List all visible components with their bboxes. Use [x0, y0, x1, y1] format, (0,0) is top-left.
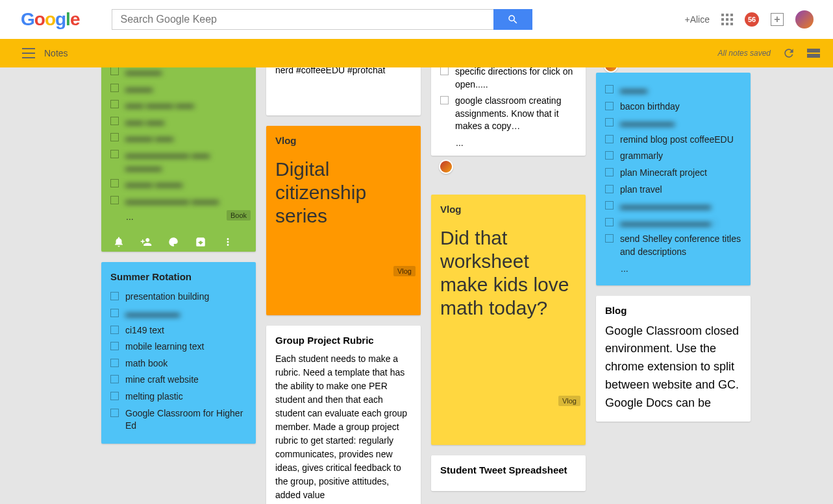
note-tag[interactable]: Book [227, 210, 251, 221]
note-card[interactable]: Summer Rotation presentation building ▬▬… [101, 262, 256, 443]
note-title: Blog [605, 305, 741, 316]
checkbox-icon[interactable] [110, 342, 119, 350]
checkbox-icon[interactable] [110, 392, 119, 400]
note-card[interactable]: Group Project Rubric Each student needs … [266, 326, 421, 504]
notes-grid: ▬▬▬▬ ▬▬▬ ▬▬ ▬▬▬ ▬▬ ▬▬ ▬▬ ▬▬▬ ▬▬ ▬▬▬▬▬▬▬ … [0, 67, 833, 504]
list-item: ▬▬▬▬▬▬▬▬▬▬ [605, 198, 741, 215]
checkbox-icon[interactable] [110, 375, 119, 383]
list-item: ▬▬▬▬▬▬▬ ▬▬ ▬▬▬▬ [110, 147, 247, 176]
checkbox-icon[interactable] [110, 150, 119, 158]
note-title: Group Project Rubric [275, 335, 412, 346]
reminder-icon[interactable] [113, 236, 125, 248]
note-card[interactable]: ▬▬▬▬ ▬▬▬ ▬▬ ▬▬▬ ▬▬ ▬▬ ▬▬ ▬▬▬ ▬▬ ▬▬▬▬▬▬▬ … [101, 67, 256, 252]
note-title: Summer Rotation [110, 271, 247, 282]
more-indicator: ... [605, 261, 741, 276]
note-card[interactable]: Student Tweet Spreadsheet [431, 455, 586, 491]
search-box [112, 9, 532, 30]
note-actions [110, 230, 247, 249]
checkbox-icon[interactable] [605, 118, 614, 126]
list-item: google classroom creating assignments. K… [440, 93, 577, 135]
color-icon[interactable] [168, 236, 179, 248]
checklist: presentation building ▬▬▬▬▬▬ ci149 text … [110, 289, 247, 434]
checkbox-icon[interactable] [110, 100, 119, 108]
note-body: Digital citizenship series [275, 158, 412, 228]
checkbox-icon[interactable] [605, 135, 614, 143]
list-item: plan Minecraft project [605, 165, 741, 182]
google-logo: Google [21, 9, 79, 30]
notifications-badge[interactable]: 56 [745, 12, 759, 27]
refresh-icon[interactable] [782, 47, 795, 60]
list-item: melting plastic [110, 389, 247, 405]
apps-icon[interactable] [721, 14, 733, 25]
note-body: nerd #coffeeEDU #profchat [275, 67, 412, 77]
checkbox-icon[interactable] [110, 326, 119, 334]
checkbox-icon[interactable] [605, 201, 614, 210]
more-icon[interactable] [222, 236, 234, 248]
list-item: remind blog post coffeeEDU [605, 132, 741, 149]
list-item: ▬▬▬ [605, 82, 741, 99]
list-item: ▬▬▬▬▬▬ [605, 115, 741, 132]
note-card[interactable]: Blog Google Classroom closed environment… [596, 296, 751, 422]
menu-icon[interactable] [22, 48, 35, 58]
checkbox-icon[interactable] [110, 117, 119, 125]
checkbox-icon[interactable] [110, 179, 119, 187]
share-icon[interactable]: + [771, 13, 784, 26]
list-item: ▬▬▬▬▬▬▬ ▬▬▬ [110, 193, 247, 210]
checkbox-icon[interactable] [605, 185, 614, 193]
checkbox-icon[interactable] [605, 151, 614, 160]
checklist: specific directions for click on open...… [440, 67, 577, 135]
collaborator-avatar[interactable] [604, 67, 618, 73]
list-item: ▬▬▬▬ [110, 67, 247, 80]
checkbox-icon[interactable] [110, 359, 119, 367]
list-item: ▬▬▬ ▬▬▬ [110, 176, 247, 193]
plus-user-link[interactable]: +Alice [684, 14, 710, 25]
note-title: Student Tweet Spreadsheet [440, 464, 577, 475]
checkbox-icon[interactable] [110, 196, 119, 204]
note-body: Did that worksheet make kids love math t… [440, 226, 577, 320]
note-title: Vlog [275, 135, 412, 146]
search-input[interactable] [112, 9, 493, 30]
list-item: presentation building [110, 289, 247, 306]
checkbox-icon[interactable] [110, 84, 119, 92]
checkbox-icon[interactable] [110, 133, 119, 141]
collaborator-avatar[interactable] [439, 160, 453, 174]
archive-icon[interactable] [195, 236, 206, 248]
note-card[interactable]: ▬▬▬ bacon birthday ▬▬▬▬▬▬ remind blog po… [596, 73, 751, 285]
list-item: Google Classroom for Higher Ed [110, 405, 247, 435]
note-card[interactable]: Vlog Digital citizenship series Vlog [266, 126, 421, 315]
checklist: ▬▬▬ bacon birthday ▬▬▬▬▬▬ remind blog po… [605, 82, 741, 261]
list-item: grammarly [605, 148, 741, 165]
note-card[interactable]: specific directions for click on open...… [431, 67, 586, 156]
saved-status: All notes saved [718, 49, 771, 58]
collaborator-icon[interactable] [140, 236, 152, 248]
checkbox-icon[interactable] [110, 292, 119, 300]
user-avatar[interactable] [795, 10, 814, 29]
checkbox-icon[interactable] [440, 96, 449, 104]
search-button[interactable] [493, 9, 532, 30]
top-header: Google +Alice 56 + [0, 0, 833, 39]
checkbox-icon[interactable] [110, 309, 119, 317]
view-toggle-icon[interactable] [807, 49, 820, 58]
note-card[interactable]: Vlog Did that worksheet make kids love m… [431, 195, 586, 445]
list-item: ▬▬▬▬▬▬▬▬▬▬ : [605, 215, 741, 232]
list-item: ▬▬▬ [110, 80, 247, 97]
list-item: bacon birthday [605, 99, 741, 115]
checkbox-icon[interactable] [110, 67, 119, 75]
list-item: send Shelley conference titles and descr… [605, 231, 741, 260]
list-item: ▬▬ ▬▬▬ ▬▬ [110, 97, 247, 114]
checkbox-icon[interactable] [605, 218, 614, 226]
note-tag[interactable]: Vlog [393, 266, 416, 276]
checkbox-icon[interactable] [605, 168, 614, 176]
top-right-controls: +Alice 56 + [684, 10, 814, 29]
list-item: mine craft website [110, 372, 247, 389]
checkbox-icon[interactable] [110, 409, 119, 417]
note-tag[interactable]: Vlog [558, 396, 580, 406]
checkbox-icon[interactable] [605, 102, 614, 110]
list-item: ▬▬▬ ▬▬ [110, 130, 247, 147]
list-item: ▬▬▬▬▬▬ [110, 306, 247, 322]
list-item: ▬▬ ▬▬ [110, 114, 247, 130]
checkbox-icon[interactable] [440, 67, 449, 75]
note-card[interactable]: nerd #coffeeEDU #profchat [266, 67, 421, 115]
checkbox-icon[interactable] [605, 85, 614, 93]
checkbox-icon[interactable] [605, 234, 614, 243]
